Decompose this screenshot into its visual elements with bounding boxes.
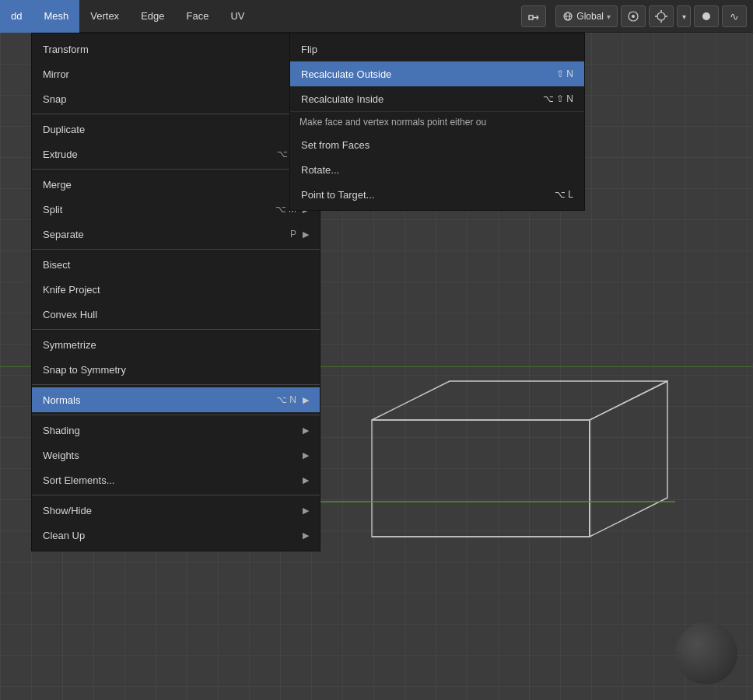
divider-5 (32, 384, 320, 385)
mesh-dropdown-menu: Transform ▶ Mirror ▶ Snap ▶ Duplicate ⇧ … (31, 33, 320, 551)
navigation-sphere (675, 622, 737, 684)
menu-merge[interactable]: Merge M ▶ (32, 172, 320, 197)
divider-2 (32, 169, 320, 170)
divider-3 (32, 249, 320, 250)
svg-marker-1 (372, 381, 667, 420)
menu-symmetrize[interactable]: Symmetrize (32, 332, 320, 357)
menu-item-uv[interactable]: UV (219, 0, 255, 33)
menu-separate[interactable]: Separate P ▶ (32, 222, 320, 247)
svg-point-20 (702, 12, 710, 20)
menu-weights[interactable]: Weights ▶ (32, 443, 320, 467)
snap-btn[interactable] (649, 5, 674, 27)
normals-flip[interactable]: Flip (290, 37, 584, 61)
normals-recalculate-inside[interactable]: Recalculate Inside ⌥ ⇧ N (290, 86, 584, 111)
pivot-point-btn[interactable] (694, 5, 719, 27)
proportional-falloff-btn[interactable]: ∿ (722, 5, 747, 27)
svg-point-14 (632, 15, 635, 18)
normals-recalculate-outside[interactable]: Recalculate Outside ⇧ N (290, 61, 584, 86)
menu-item-vertex[interactable]: Vertex (79, 0, 130, 33)
menu-mirror[interactable]: Mirror ▶ (32, 61, 320, 86)
menu-knife-project[interactable]: Knife Project (32, 277, 320, 302)
divider-1 (32, 114, 320, 114)
svg-rect-0 (372, 420, 590, 537)
normals-set-from-faces[interactable]: Set from Faces (290, 132, 584, 157)
menu-item-face[interactable]: Face (176, 0, 220, 33)
normals-rotate[interactable]: Rotate... (290, 157, 584, 182)
divider-4 (32, 329, 320, 330)
menu-transform[interactable]: Transform ▶ (32, 37, 320, 61)
divider-6 (32, 415, 320, 415)
svg-point-15 (657, 12, 665, 20)
proportional-edit-icon (626, 9, 640, 23)
top-right-icons-group: Global ▾ ▾ ∿ (521, 0, 753, 33)
menu-convex-hull[interactable]: Convex Hull (32, 302, 320, 327)
global-chevron-icon: ▾ (607, 12, 611, 21)
menu-split[interactable]: Split ⌥ M ▶ (32, 197, 320, 222)
menu-snap[interactable]: Snap ▶ (32, 86, 320, 111)
transform-icon (527, 9, 541, 23)
divider-7 (32, 495, 320, 495)
transform-icon-btn[interactable] (521, 5, 546, 27)
global-label: Global (576, 11, 604, 22)
snap-icon (654, 9, 668, 23)
normals-submenu: Flip Recalculate Outside ⇧ N Recalculate… (289, 33, 585, 211)
tooltip-recalculate: Make face and vertex normals point eithe… (290, 111, 584, 132)
top-menubar: dd Mesh Vertex Edge Face UV (0, 0, 753, 33)
global-icon (562, 11, 573, 22)
snap-options-btn[interactable]: ▾ (677, 5, 691, 27)
svg-marker-2 (590, 381, 667, 537)
menu-clean-up[interactable]: Clean Up ▶ (32, 523, 320, 548)
pivot-icon (699, 9, 713, 23)
menu-show-hide[interactable]: Show/Hide ▶ (32, 498, 320, 523)
menu-duplicate[interactable]: Duplicate ⇧ D (32, 117, 320, 142)
normals-point-to-target[interactable]: Point to Target... ⌥ L (290, 182, 584, 207)
svg-rect-6 (529, 16, 533, 19)
menu-snap-to-symmetry[interactable]: Snap to Symmetry (32, 357, 320, 382)
menu-normals[interactable]: Normals ⌥ N ▶ (32, 387, 320, 412)
menu-item-add[interactable]: dd (0, 0, 33, 33)
menu-extrude[interactable]: Extrude ⌥ E ▶ (32, 142, 320, 166)
menu-bisect[interactable]: Bisect (32, 252, 320, 277)
menu-item-mesh[interactable]: Mesh (33, 0, 79, 33)
global-selector[interactable]: Global ▾ (555, 5, 618, 27)
proportional-edit-btn[interactable] (621, 5, 646, 27)
menu-shading[interactable]: Shading ▶ (32, 418, 320, 443)
menu-sort-elements[interactable]: Sort Elements... ▶ (32, 467, 320, 492)
menu-item-edge[interactable]: Edge (130, 0, 175, 33)
